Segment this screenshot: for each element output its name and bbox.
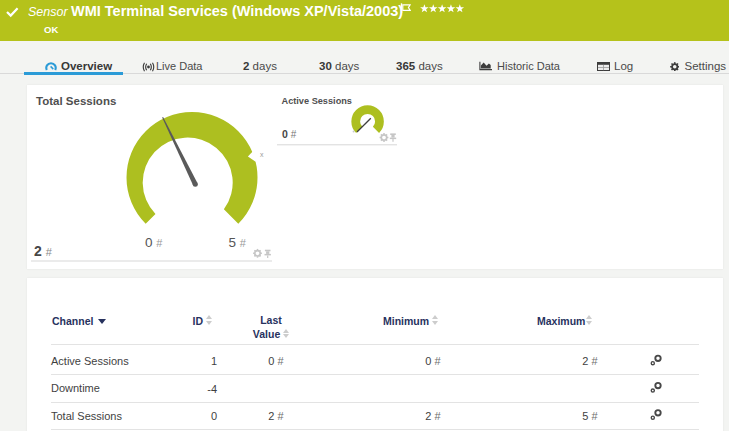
svg-text:x: x xyxy=(260,151,264,158)
